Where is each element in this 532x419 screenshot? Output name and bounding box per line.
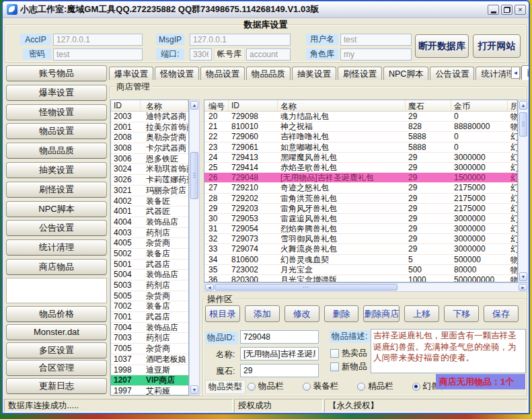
table-row[interactable]: 1997艾莉娅 <box>111 386 188 395</box>
table-row[interactable]: 4001武器匠 <box>111 206 188 217</box>
sidebar-item[interactable]: 怪物设置 <box>6 104 107 120</box>
scroll-down-icon[interactable]: ▼ <box>519 272 527 281</box>
op-button[interactable]: 删除商店 <box>363 305 400 322</box>
item-name-input[interactable] <box>240 347 319 360</box>
tab-item[interactable]: 物品设置 <box>200 67 245 80</box>
disconnect-db-button[interactable]: 断开数据库 <box>415 34 469 58</box>
column-header[interactable]: 所在 <box>508 100 517 111</box>
tab-item[interactable]: 商店物品 <box>521 65 530 80</box>
table-row[interactable]: 32729073雪羽御风兽礼包293000000幻兽 <box>204 234 517 244</box>
column-header[interactable]: ID <box>111 100 141 111</box>
scroll-thumb[interactable] <box>519 112 527 137</box>
tab-item[interactable]: NPC脚本 <box>383 67 428 80</box>
sidebar-item[interactable]: 物品价格 <box>6 306 107 322</box>
sidebar-item[interactable]: NPC脚本 <box>6 201 107 217</box>
table-row[interactable]: 2008奥勒杂货商 <box>111 132 188 143</box>
table-row[interactable]: 34810600幻兽灵魂血契5500000物品 <box>204 255 517 265</box>
port-input[interactable] <box>190 48 212 61</box>
op-button[interactable]: 删除 <box>324 305 359 322</box>
sidebar-item[interactable]: 抽奖设置 <box>6 162 107 178</box>
tab-scroll-left-button[interactable]: ◄ <box>511 67 520 79</box>
table-row[interactable]: 21810010神之祝福82888880000物品 <box>204 122 517 132</box>
sidebar-item[interactable]: Monster.dat <box>6 324 107 340</box>
table-row[interactable]: 1037酒吧老板娘 <box>111 354 188 365</box>
table-row[interactable]: 27729210奇迹之怒礼包292175000幻兽 <box>204 183 517 193</box>
scroll-thumb[interactable] <box>215 284 397 291</box>
tab-item[interactable]: 刷怪设置 <box>338 67 382 80</box>
table-row[interactable]: 3008卡尔武器商 <box>111 143 188 154</box>
table-row[interactable]: 25729414赤焰圣歌兽礼包293000000幻兽 <box>204 163 517 173</box>
scroll-up-icon[interactable]: ▲ <box>519 101 527 110</box>
table-row[interactable]: 2003迪特武器商 <box>111 112 188 122</box>
title-bar[interactable]: 小志工作室:魔域GM工具QQ.272235882 QQ群73498675.114… <box>3 1 529 18</box>
item-type-radio[interactable]: 装备栏 <box>303 381 339 392</box>
table-row[interactable]: 5002装备店 <box>111 249 188 260</box>
table-row[interactable]: 23729061如意嘟嘟礼包58880幻兽 <box>204 143 517 153</box>
scroll-down-icon[interactable]: ▼ <box>190 385 198 394</box>
item-id-input[interactable] <box>240 330 319 344</box>
item-table-vscrollbar[interactable]: ▲ ▼ <box>518 100 529 282</box>
table-row[interactable]: 33729074火舞流炎兽礼包293000000幻兽 <box>204 244 517 254</box>
table-row[interactable]: 7002装备店 <box>111 301 188 312</box>
restore-button[interactable] <box>501 5 512 15</box>
table-row[interactable]: 36820300月光宝盒增强版1000500000000物品 <box>204 275 517 282</box>
table-row[interactable]: 31729054烈焰奔腾兽礼包293000000幻兽 <box>204 224 517 234</box>
sidebar-item[interactable]: 多区设置 <box>6 342 107 358</box>
hot-item-checkbox[interactable] <box>330 349 339 358</box>
sidebar-item[interactable]: 物品品质 <box>6 143 107 159</box>
column-header[interactable]: ID <box>229 100 278 111</box>
item-table-header[interactable]: 编号ID名称魔石金币所在 <box>204 100 517 112</box>
table-row[interactable]: 2001拉美尔首饰商 <box>111 122 188 133</box>
sidebar-item[interactable]: 合区管理 <box>6 360 107 376</box>
table-row[interactable]: 26729048[无用物品]吉祥圣诞鹿礼包291500000幻兽 <box>204 173 517 183</box>
scroll-left-icon[interactable]: ◄ <box>205 284 214 291</box>
table-row[interactable]: 22729060吉祥噜噜礼包58880幻兽 <box>204 132 517 142</box>
table-row[interactable]: 3006恩多铁匠 <box>111 154 188 165</box>
magic-stone-input[interactable] <box>240 364 319 377</box>
op-button[interactable]: 根目录 <box>205 305 240 322</box>
tab-item[interactable]: 物品品质 <box>246 67 291 80</box>
account-db-input[interactable] <box>246 48 291 61</box>
sidebar-item[interactable]: 统计清理 <box>6 239 107 256</box>
tab-item[interactable]: 爆率设置 <box>109 67 153 80</box>
tab-item[interactable]: 怪物设置 <box>155 67 199 80</box>
op-button[interactable]: 上移 <box>404 305 439 322</box>
sidebar-item[interactable]: 刷怪设置 <box>6 182 107 198</box>
username-input[interactable] <box>340 34 412 46</box>
item-table-hscrollbar[interactable]: ◄ ► <box>204 282 529 292</box>
table-row[interactable]: 5004装饰品店 <box>111 270 188 280</box>
table-row[interactable]: 7001武器店 <box>111 312 188 323</box>
item-type-radio[interactable]: 物品栏 <box>248 381 284 392</box>
table-row[interactable]: 5005杂货商 <box>111 291 188 302</box>
new-item-checkbox[interactable] <box>330 363 339 371</box>
column-header[interactable]: 编号 <box>204 100 229 111</box>
table-row[interactable]: 4003药剂店 <box>111 228 188 239</box>
close-button[interactable]: × <box>515 5 526 15</box>
table-row[interactable]: 30729053雷霆追风兽礼包293000000幻兽 <box>204 214 517 224</box>
column-header[interactable]: 名称 <box>141 100 188 111</box>
op-button[interactable]: 添加 <box>245 305 280 322</box>
shop-table-vscrollbar[interactable]: ▲ ▼ <box>189 100 200 395</box>
item-type-radio[interactable]: 精品栏 <box>357 381 393 392</box>
role-db-input[interactable] <box>340 48 412 61</box>
sidebar-item[interactable]: 公告设置 <box>6 220 107 236</box>
table-row[interactable]: 1998迪亚斯 <box>111 365 188 376</box>
table-row[interactable]: 7003药剂店 <box>111 333 188 344</box>
tab-item[interactable]: 抽奖设置 <box>292 67 336 80</box>
sidebar-item[interactable]: 更新日志 <box>6 378 107 394</box>
table-row[interactable]: 24729413黑曜魔风兽礼包293000000幻兽 <box>204 153 517 163</box>
table-row[interactable]: 1207VIP商店 <box>111 375 188 386</box>
password-input[interactable] <box>53 48 143 61</box>
msgip-input[interactable] <box>190 34 291 46</box>
sidebar-item[interactable]: 爆率设置 <box>6 85 107 101</box>
table-row[interactable]: 5001武器店 <box>111 260 188 270</box>
table-row[interactable]: 35723002月光宝盒50080000物品 <box>204 265 517 275</box>
shop-table-header[interactable]: ID名称 <box>111 100 188 112</box>
column-header[interactable]: 金币 <box>451 100 508 111</box>
column-header[interactable]: 名称 <box>278 100 406 111</box>
op-button[interactable]: 保存 <box>484 305 519 322</box>
sidebar-item[interactable]: 物品设置 <box>6 123 107 139</box>
op-button[interactable]: 下移 <box>444 305 479 322</box>
tab-item[interactable]: 公告设置 <box>430 67 474 80</box>
table-row[interactable]: 29729203雷角风牙兽礼包292175000幻兽 <box>204 204 517 214</box>
